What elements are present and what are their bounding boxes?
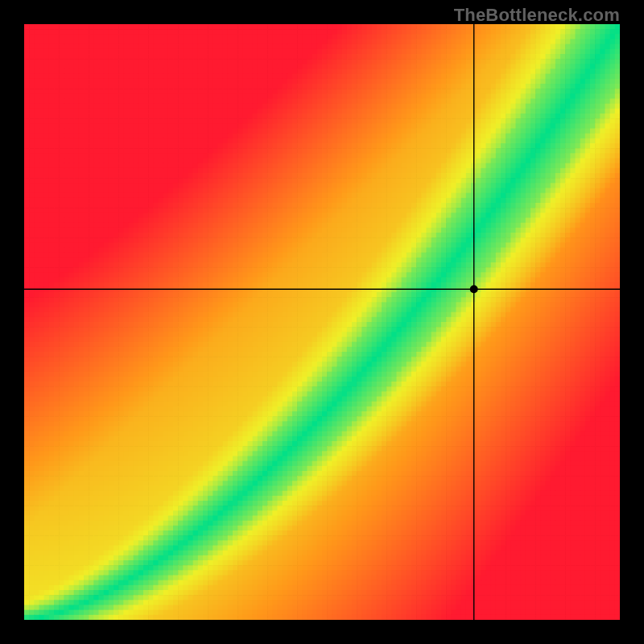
watermark-text: TheBottleneck.com (454, 5, 620, 26)
plot-area (24, 24, 620, 620)
chart-frame: TheBottleneck.com (0, 0, 644, 644)
heatmap-canvas (24, 24, 620, 620)
